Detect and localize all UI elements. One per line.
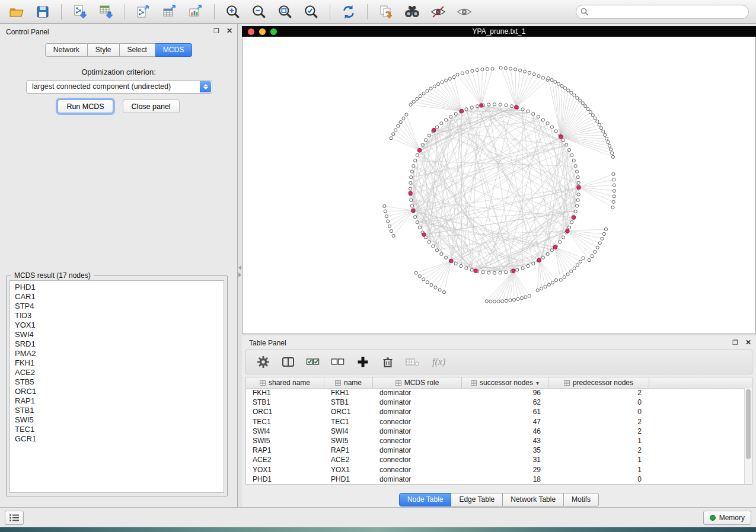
table-row[interactable]: ORC1ORC1dominator610	[246, 407, 744, 416]
float-table-panel-icon[interactable]	[731, 338, 739, 347]
tab-edge-table[interactable]: Edge Table	[451, 493, 503, 507]
delete-column-button[interactable]	[380, 354, 395, 370]
table-cell	[649, 436, 744, 446]
zoom-in-button[interactable]	[222, 3, 244, 21]
export-network-button[interactable]	[133, 3, 154, 21]
mcds-result-item[interactable]: GCR1	[10, 434, 224, 444]
tab-motifs[interactable]: Motifs	[564, 493, 599, 507]
table-cell: FKH1	[246, 388, 324, 398]
table-row[interactable]: TEC1TEC1connector472	[246, 417, 744, 427]
table-row[interactable]: RAP1RAP1dominator352	[246, 446, 744, 455]
mcds-result-item[interactable]: ORC1	[10, 387, 224, 396]
close-panel-icon[interactable]	[225, 27, 234, 35]
network-graph[interactable]	[243, 37, 755, 334]
splitter-expand-icon[interactable]	[238, 273, 241, 277]
birds-eye-view-button[interactable]	[454, 3, 475, 21]
tab-network[interactable]: Network	[45, 43, 88, 57]
save-session-button[interactable]	[32, 3, 53, 21]
deselect-all-rows-button[interactable]	[330, 354, 346, 370]
mcds-result-item[interactable]: SWI4	[10, 330, 224, 339]
table-row[interactable]: SWI4SWI4dominator462	[246, 427, 744, 436]
table-cell: SWI4	[246, 427, 324, 436]
zoom-out-button[interactable]	[248, 3, 270, 21]
tab-mcds[interactable]: MCDS	[155, 43, 192, 57]
table-cell: dominator	[373, 388, 462, 398]
mcds-result-item[interactable]: YOX1	[10, 321, 224, 330]
memory-button[interactable]: Memory	[703, 511, 751, 525]
column-header-shared-name[interactable]: shared name	[246, 377, 324, 388]
sort-desc-icon[interactable]	[536, 377, 539, 388]
mcds-result-item[interactable]: FKH1	[10, 358, 224, 368]
tab-select[interactable]: Select	[120, 43, 155, 57]
open-session-button[interactable]	[6, 3, 27, 21]
table-row[interactable]: STB1STB1dominator620	[246, 398, 744, 407]
zoom-fit-button[interactable]	[275, 3, 296, 21]
float-panel-icon[interactable]	[212, 27, 221, 35]
delete-table-button[interactable]	[405, 354, 420, 370]
mcds-result-list[interactable]: PHD1CAR1STP4TID3YOX1SWI4SRD1PMA2FKH1ACE2…	[9, 280, 224, 493]
show-column-button[interactable]	[280, 354, 296, 370]
tab-network-table[interactable]: Network Table	[503, 493, 564, 507]
minimize-traffic-light[interactable]	[259, 28, 266, 35]
splitter-collapse-icon[interactable]	[238, 265, 241, 270]
maximize-traffic-light[interactable]	[270, 28, 277, 35]
tab-style[interactable]: Style	[88, 43, 120, 57]
table-settings-button[interactable]	[256, 354, 271, 370]
network-canvas[interactable]	[242, 37, 756, 334]
add-column-button[interactable]	[355, 354, 371, 370]
import-table-button[interactable]	[95, 3, 117, 21]
column-header-predecessor-nodes[interactable]: predecessor nodes	[548, 377, 649, 388]
column-header-mcds-role[interactable]: MCDS role	[373, 377, 462, 388]
tab-node-table[interactable]: Node Table	[399, 493, 452, 507]
toolbar-separator	[61, 4, 62, 20]
mcds-result-item[interactable]: SWI5	[10, 415, 224, 425]
mcds-result-item[interactable]: STP4	[10, 302, 224, 311]
mcds-result-item[interactable]: TID3	[10, 311, 224, 321]
show-log-button[interactable]	[5, 511, 24, 525]
vertical-splitter[interactable]	[238, 24, 242, 507]
search-input[interactable]	[576, 5, 749, 19]
table-row[interactable]: YOX1YOX1connector291	[246, 465, 744, 475]
run-mcds-button[interactable]: Run MCDS	[58, 100, 113, 113]
mcds-result-item[interactable]: PMA2	[10, 349, 224, 358]
mcds-result-item[interactable]: SRD1	[10, 339, 224, 349]
table-row[interactable]: FKH1FKH1dominator962	[246, 388, 744, 398]
close-panel-button[interactable]: Close panel	[123, 100, 180, 113]
import-network-button[interactable]	[69, 3, 91, 21]
zoom-selected-button[interactable]	[301, 3, 322, 21]
mcds-result-item[interactable]: STB5	[10, 377, 224, 387]
table-scrollbar-thumb[interactable]	[746, 389, 751, 459]
binoculars-search-button[interactable]	[401, 3, 423, 21]
export-table-button[interactable]	[159, 3, 180, 21]
mcds-result-item[interactable]: CAR1	[10, 292, 224, 302]
table-scrollbar[interactable]	[744, 388, 752, 484]
mcds-result-item[interactable]: RAP1	[10, 396, 224, 406]
select-all-rows-button[interactable]	[305, 354, 321, 370]
table-row[interactable]: PHD1PHD1dominator180	[246, 475, 744, 484]
close-table-panel-icon[interactable]	[744, 338, 752, 347]
refresh-view-button[interactable]	[338, 3, 359, 21]
table-row[interactable]: SWI5SWI5connector431	[246, 436, 744, 446]
export-table-icon	[162, 4, 177, 20]
table-cell: TEC1	[324, 417, 373, 427]
column-key-icon	[471, 380, 477, 386]
table-cell: 2	[548, 417, 649, 427]
mcds-result-item[interactable]: TEC1	[10, 425, 224, 434]
mcds-result-item[interactable]: ACE2	[10, 368, 224, 377]
copy-document-icon	[378, 4, 394, 20]
network-window-titlebar[interactable]: YPA_prune.txt_1	[242, 26, 756, 37]
dropdown-stepper-icon	[200, 81, 211, 92]
mcds-result-item[interactable]: STB1	[10, 406, 224, 415]
close-traffic-light[interactable]	[248, 28, 254, 35]
criterion-dropdown[interactable]: largest connected component (undirected)	[26, 80, 212, 94]
eye-slash-icon	[430, 5, 446, 19]
table-row[interactable]: ACE2ACE2connector311	[246, 455, 744, 464]
column-header-name[interactable]: name	[324, 377, 373, 388]
copy-document-button[interactable]	[375, 3, 397, 21]
export-image-button[interactable]	[185, 3, 206, 21]
toggle-graphics-details-button[interactable]	[428, 3, 449, 21]
mcds-result-item[interactable]: PHD1	[10, 283, 224, 292]
function-builder-button[interactable]: f(x)	[430, 354, 454, 370]
column-header-successor-nodes[interactable]: successor nodes	[462, 377, 548, 388]
table-toolbar: f(x)	[245, 350, 752, 374]
